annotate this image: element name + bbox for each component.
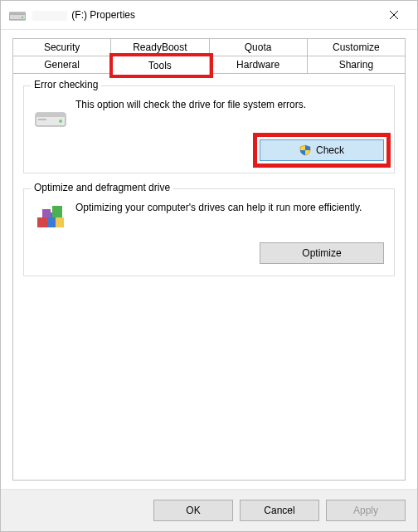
svg-rect-13	[42, 209, 51, 217]
ok-button[interactable]: OK	[153, 500, 233, 521]
drive-letter: (F:)	[71, 9, 87, 21]
title-suffix: Properties	[90, 9, 135, 21]
properties-dialog: (F:) Properties Security ReadyBoost Quot…	[0, 0, 418, 532]
dialog-footer: OK Cancel Apply	[1, 489, 417, 531]
check-button[interactable]: Check	[260, 139, 384, 161]
svg-point-7	[59, 120, 62, 123]
titlebar: (F:) Properties	[1, 1, 417, 30]
drive-large-icon	[34, 98, 67, 131]
tab-customize[interactable]: Customize	[307, 38, 406, 56]
tab-tools[interactable]: Tools	[110, 56, 209, 76]
close-icon	[389, 10, 399, 20]
group-error-checking: Error checking This option will check th…	[23, 85, 395, 173]
tab-sharing[interactable]: Sharing	[307, 56, 406, 74]
optimize-button[interactable]: Optimize	[260, 242, 384, 264]
svg-point-2	[22, 17, 23, 18]
defrag-icon	[34, 201, 67, 234]
check-button-wrap: Check	[260, 139, 384, 161]
dialog-body: Security ReadyBoost Quota Customize Gene…	[1, 30, 417, 489]
check-button-label: Check	[316, 144, 344, 156]
tab-general[interactable]: General	[12, 56, 111, 74]
group-optimize: Optimize and defragment drive Optimizing…	[23, 188, 395, 276]
svg-rect-6	[36, 113, 66, 117]
tab-security[interactable]: Security	[12, 38, 111, 56]
uac-shield-icon	[299, 144, 311, 156]
svg-rect-12	[56, 217, 64, 227]
optimize-desc: Optimizing your computer's drives can he…	[75, 201, 384, 214]
svg-rect-11	[52, 206, 62, 217]
apply-button[interactable]: Apply	[326, 500, 406, 521]
close-button[interactable]	[377, 3, 411, 27]
tab-strip: Security ReadyBoost Quota Customize Gene…	[12, 38, 406, 75]
svg-rect-8	[38, 119, 46, 120]
group-error-checking-title: Error checking	[31, 79, 101, 90]
drive-icon	[9, 9, 26, 21]
tab-quota[interactable]: Quota	[209, 38, 308, 56]
svg-rect-9	[37, 217, 47, 227]
drive-name-redacted	[32, 11, 67, 21]
window-title: (F:) Properties	[32, 9, 377, 21]
tab-readyboost[interactable]: ReadyBoost	[110, 38, 209, 56]
tab-content: Error checking This option will check th…	[12, 74, 406, 481]
group-optimize-title: Optimize and defragment drive	[31, 182, 173, 193]
tab-hardware[interactable]: Hardware	[209, 56, 308, 74]
optimize-button-label: Optimize	[302, 247, 341, 259]
cancel-button[interactable]: Cancel	[240, 500, 319, 521]
svg-rect-1	[9, 12, 26, 15]
error-checking-desc: This option will check the drive for fil…	[75, 98, 384, 111]
